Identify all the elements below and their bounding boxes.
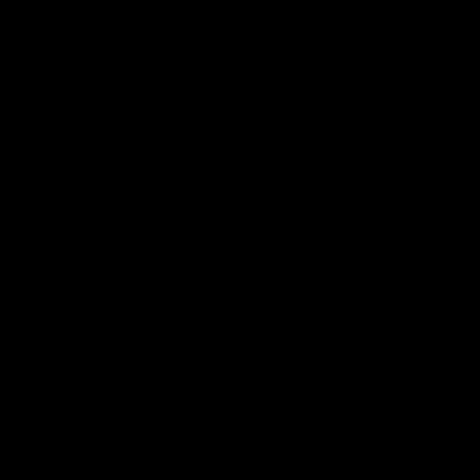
chart-container: { "attribution": "TheBottlenecker.com", … bbox=[0, 0, 476, 476]
bottleneck-chart bbox=[0, 0, 476, 476]
